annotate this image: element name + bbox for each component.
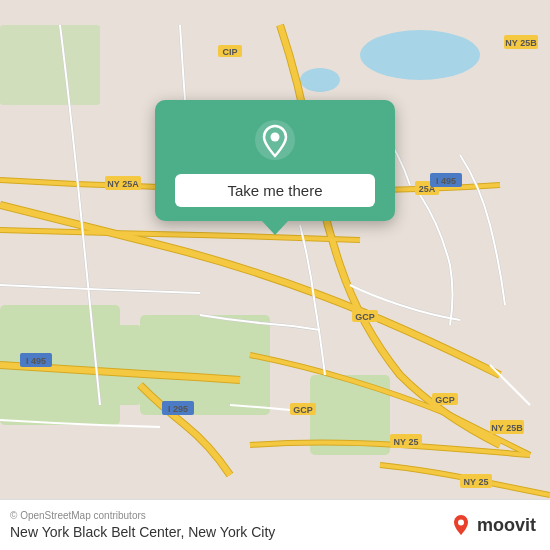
attribution-text: © OpenStreetMap contributors [10,510,275,521]
svg-point-38 [458,520,464,526]
svg-text:GCP: GCP [355,312,375,322]
svg-text:NY 25A: NY 25A [107,179,139,189]
svg-text:CIP: CIP [222,47,237,57]
location-pin-icon [253,118,297,162]
location-popup: Take me there [155,100,395,221]
map-container: NY 25A NY 25A 25A I 495 I 495 I 295 GCP … [0,0,550,550]
svg-rect-4 [80,325,140,405]
svg-text:NY 25B: NY 25B [491,423,523,433]
svg-point-2 [300,68,340,92]
bottom-bar: © OpenStreetMap contributors New York Bl… [0,499,550,550]
svg-text:GCP: GCP [435,395,455,405]
svg-text:I 495: I 495 [26,356,46,366]
take-me-there-button[interactable]: Take me there [175,174,375,207]
location-info: © OpenStreetMap contributors New York Bl… [10,510,275,540]
moovit-brand-text: moovit [477,515,536,536]
svg-text:GCP: GCP [293,405,313,415]
svg-text:I 295: I 295 [168,404,188,414]
svg-text:NY 25: NY 25 [394,437,419,447]
svg-point-37 [271,133,280,142]
moovit-pin-icon [449,513,473,537]
svg-text:NY 25B: NY 25B [505,38,537,48]
svg-rect-7 [0,25,100,105]
svg-text:I 495: I 495 [436,176,456,186]
moovit-logo: moovit [449,513,536,537]
svg-text:NY 25: NY 25 [464,477,489,487]
location-name: New York Black Belt Center, New York Cit… [10,524,275,540]
svg-point-1 [360,30,480,80]
